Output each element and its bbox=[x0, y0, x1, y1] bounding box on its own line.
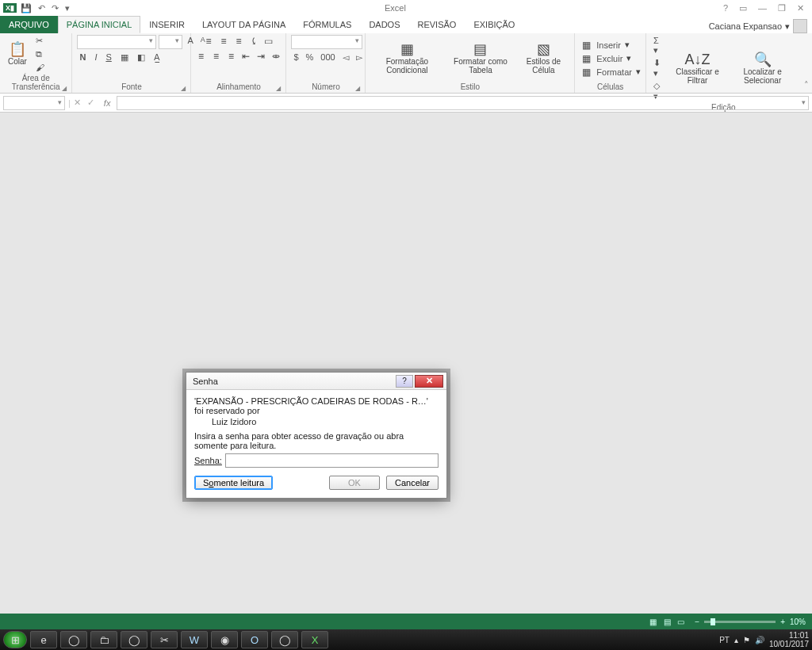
tab-formulas[interactable]: FÓRMULAS bbox=[294, 16, 360, 33]
fill-icon[interactable]: ⬇ ▾ bbox=[651, 57, 666, 79]
taskbar-app3-icon[interactable]: ◯ bbox=[271, 631, 298, 648]
cancel-button[interactable]: Cancelar bbox=[386, 476, 439, 490]
wrap-text-icon[interactable]: ▭ bbox=[262, 35, 275, 48]
page-break-view-icon[interactable]: ▭ bbox=[675, 618, 687, 626]
collapse-ribbon-icon[interactable]: ˄ bbox=[801, 33, 812, 93]
zoom-slider[interactable] bbox=[704, 621, 776, 623]
restore-icon[interactable]: ❐ bbox=[775, 3, 789, 13]
align-bottom-icon[interactable]: ≡ bbox=[232, 35, 245, 48]
cut-icon[interactable]: ✂ bbox=[33, 35, 47, 47]
taskbar-outlook-icon[interactable]: O bbox=[241, 631, 268, 648]
percent-icon[interactable]: % bbox=[304, 52, 316, 63]
close-icon[interactable]: ✕ bbox=[794, 3, 807, 13]
ok-button[interactable]: OK bbox=[329, 476, 380, 490]
align-left-icon[interactable]: ≡ bbox=[194, 50, 207, 63]
zoom-in-icon[interactable]: + bbox=[780, 618, 785, 626]
save-icon[interactable]: 💾 bbox=[18, 3, 34, 13]
enter-formula-icon[interactable]: ✓ bbox=[84, 98, 98, 108]
account-user[interactable]: Caciana Expansao▾ bbox=[704, 19, 812, 33]
launcher-icon[interactable]: ◢ bbox=[62, 85, 67, 92]
indent-inc-icon[interactable]: ⇥ bbox=[255, 50, 267, 63]
launcher-icon[interactable]: ◢ bbox=[181, 85, 186, 92]
fill-color-icon[interactable]: ◧ bbox=[135, 52, 147, 63]
tray-time: 11:01 bbox=[769, 631, 809, 640]
align-top-icon[interactable]: ≡ bbox=[202, 35, 215, 48]
find-select-button[interactable]: 🔍Localizar e Selecionar bbox=[730, 52, 796, 85]
minimize-icon[interactable]: — bbox=[755, 3, 770, 13]
tab-review[interactable]: REVISÃO bbox=[409, 16, 465, 33]
fx-icon[interactable]: fx bbox=[98, 98, 117, 108]
tab-insert[interactable]: INSERIR bbox=[140, 16, 193, 33]
tray-clock[interactable]: 11:01 10/01/2017 bbox=[769, 631, 809, 648]
comma-icon[interactable]: 000 bbox=[318, 52, 337, 63]
group-label: Número bbox=[312, 82, 340, 91]
tab-home[interactable]: PÁGINA INICIAL bbox=[58, 16, 141, 33]
merge-icon[interactable]: ⤄ bbox=[270, 50, 282, 63]
orientation-icon[interactable]: ⤹ bbox=[247, 35, 260, 48]
tab-view[interactable]: EXIBIÇÃO bbox=[465, 16, 523, 33]
formula-input[interactable] bbox=[117, 96, 809, 110]
password-input[interactable] bbox=[225, 453, 439, 468]
taskbar-app2-icon[interactable]: ◯ bbox=[121, 631, 147, 648]
taskbar-excel-icon[interactable]: X bbox=[301, 631, 328, 648]
currency-icon[interactable]: $ bbox=[291, 52, 301, 63]
cancel-formula-icon[interactable]: ✕ bbox=[71, 98, 84, 108]
ribbon-options-icon[interactable]: ▭ bbox=[736, 3, 750, 13]
autosum-icon[interactable]: Σ ▾ bbox=[651, 35, 666, 56]
tray-lang[interactable]: PT bbox=[719, 636, 730, 644]
bold-button[interactable]: N bbox=[77, 52, 88, 63]
taskbar-snip-icon[interactable]: ✂ bbox=[151, 631, 178, 648]
format-painter-icon[interactable]: 🖌 bbox=[33, 62, 47, 73]
zoom-level[interactable]: 10% bbox=[790, 618, 806, 626]
dialog-help-icon[interactable]: ? bbox=[396, 375, 413, 388]
number-format-select[interactable] bbox=[291, 35, 362, 49]
align-center-icon[interactable]: ≡ bbox=[209, 50, 222, 63]
system-tray: PT ▴ ⚑ 🔊 11:01 10/01/2017 bbox=[719, 631, 809, 648]
paste-button[interactable]: 📋 Colar bbox=[5, 42, 30, 66]
align-right-icon[interactable]: ≡ bbox=[224, 50, 237, 63]
read-only-button[interactable]: Somente leitura bbox=[194, 476, 273, 490]
conditional-formatting-button[interactable]: ▦Formatação Condicional bbox=[370, 42, 443, 75]
taskbar-explorer-icon[interactable]: 🗀 bbox=[90, 631, 117, 648]
tab-file[interactable]: ARQUIVO bbox=[0, 16, 58, 33]
font-size-select[interactable] bbox=[159, 35, 182, 49]
tray-flag-icon[interactable]: ⚑ bbox=[743, 636, 750, 644]
undo-icon[interactable]: ↶ bbox=[36, 3, 48, 13]
font-color-icon[interactable]: A̲ bbox=[151, 52, 163, 63]
align-middle-icon[interactable]: ≡ bbox=[217, 35, 230, 48]
tray-volume-icon[interactable]: 🔊 bbox=[755, 636, 764, 644]
dialog-close-icon[interactable]: ✕ bbox=[415, 375, 443, 388]
name-box[interactable] bbox=[3, 96, 65, 110]
sort-filter-button[interactable]: A↓ZClassificar e Filtrar bbox=[669, 52, 726, 85]
format-button[interactable]: Formatar bbox=[594, 67, 634, 78]
copy-icon[interactable]: ⧉ bbox=[33, 48, 47, 60]
tab-data[interactable]: DADOS bbox=[360, 16, 408, 33]
italic-button[interactable]: I bbox=[92, 52, 99, 63]
zoom-out-icon[interactable]: − bbox=[695, 618, 699, 626]
insert-button[interactable]: Inserir bbox=[594, 40, 623, 51]
normal-view-icon[interactable]: ▦ bbox=[647, 618, 659, 626]
cell-styles-button[interactable]: ▧Estilos de Célula bbox=[518, 42, 570, 75]
help-icon[interactable]: ? bbox=[720, 3, 731, 13]
launcher-icon[interactable]: ◢ bbox=[355, 85, 360, 92]
border-icon[interactable]: ▦ bbox=[118, 52, 131, 63]
qat-dropdown-icon[interactable]: ▾ bbox=[63, 3, 72, 13]
redo-icon[interactable]: ↷ bbox=[49, 3, 61, 13]
taskbar-chrome-icon[interactable]: ◉ bbox=[211, 631, 238, 648]
taskbar-ie-icon[interactable]: e bbox=[30, 631, 57, 648]
taskbar-app-icon[interactable]: ◯ bbox=[60, 631, 87, 648]
underline-button[interactable]: S bbox=[103, 52, 113, 63]
taskbar-word-icon[interactable]: W bbox=[181, 631, 208, 648]
indent-dec-icon[interactable]: ⇤ bbox=[239, 50, 252, 63]
group-label: Fonte bbox=[121, 82, 142, 91]
font-name-select[interactable] bbox=[77, 35, 156, 49]
inc-decimal-icon[interactable]: ◅ bbox=[340, 52, 351, 63]
start-button[interactable]: ⊞ bbox=[3, 631, 27, 648]
page-layout-view-icon[interactable]: ▤ bbox=[661, 618, 673, 626]
dec-decimal-icon[interactable]: ▻ bbox=[354, 52, 365, 63]
tray-arrow-icon[interactable]: ▴ bbox=[734, 636, 738, 644]
format-as-table-button[interactable]: ▤Formatar como Tabela bbox=[446, 42, 514, 75]
launcher-icon[interactable]: ◢ bbox=[276, 85, 281, 92]
tab-layout[interactable]: LAYOUT DA PÁGINA bbox=[193, 16, 294, 33]
delete-button[interactable]: Excluir bbox=[594, 53, 625, 64]
